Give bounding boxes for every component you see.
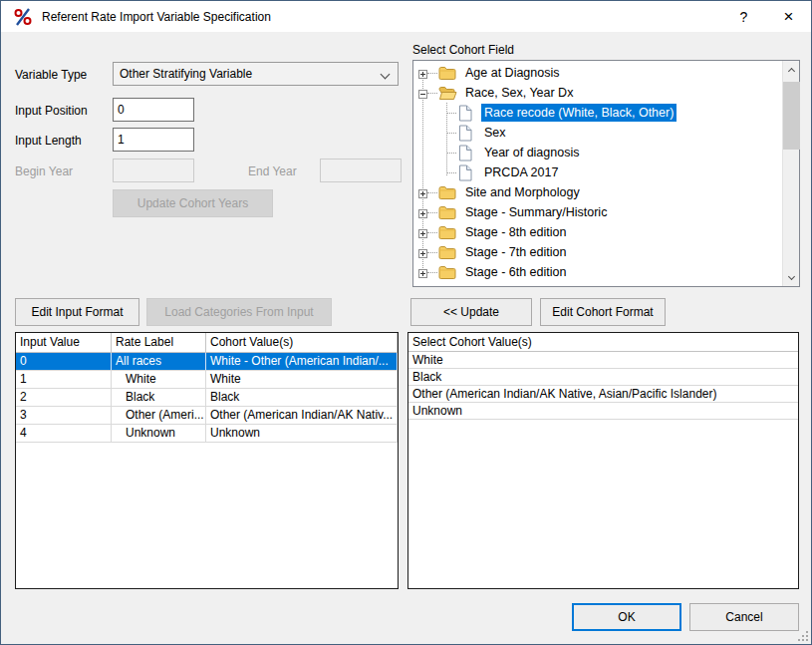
- table-cell: Other (American Indian/AK Nativ...: [206, 407, 398, 424]
- collapse-icon[interactable]: [418, 88, 427, 97]
- table-cell: Black: [206, 389, 398, 406]
- folder-icon: [438, 264, 456, 280]
- tree-item[interactable]: Age at Diagnosis: [413, 63, 781, 83]
- tree-item-label: Stage - 8th edition: [462, 223, 569, 241]
- tree-item-label: PRCDA 2017: [481, 163, 561, 181]
- table-row[interactable]: 1 WhiteWhite: [16, 371, 398, 389]
- tree-connector: [427, 212, 437, 213]
- select-cohort-field-label: Select Cohort Field: [412, 43, 514, 57]
- folder-icon: [438, 184, 456, 200]
- tree-item[interactable]: Race recode (White, Black, Other): [413, 103, 781, 123]
- tree-connector: [446, 113, 456, 114]
- expand-icon[interactable]: [418, 247, 427, 256]
- input-position-field[interactable]: [113, 98, 194, 122]
- file-icon: [458, 125, 476, 141]
- table-cell: All races: [112, 353, 206, 370]
- variable-type-select[interactable]: Other Stratifying Variable: [113, 62, 399, 86]
- table-cell: White: [206, 371, 398, 388]
- tree-item-label: Year of diagnosis: [481, 144, 582, 161]
- variable-type-value: Other Stratifying Variable: [120, 67, 252, 81]
- tree-item[interactable]: Stage - 6th edition: [413, 262, 781, 282]
- tree-item[interactable]: Stage - 8th edition: [413, 222, 781, 242]
- table-cell: 3: [16, 407, 112, 424]
- edit-input-format-button[interactable]: Edit Input Format: [15, 298, 139, 326]
- table-cell: 2: [16, 389, 112, 406]
- begin-year-label: Begin Year: [15, 164, 73, 178]
- tree-connector: [446, 133, 456, 134]
- table-cell: 0: [16, 353, 112, 370]
- tree-connector: [427, 232, 437, 233]
- cohort-values-list[interactable]: Select Cohort Value(s) WhiteBlackOther (…: [407, 332, 799, 589]
- expand-icon[interactable]: [418, 207, 427, 216]
- column-header[interactable]: Cohort Value(s): [206, 333, 398, 352]
- folder-open-icon: [438, 85, 456, 101]
- folder-icon: [438, 244, 456, 260]
- begin-year-field: [113, 159, 194, 182]
- scroll-up-icon[interactable]: [783, 61, 800, 78]
- expand-icon[interactable]: [418, 68, 427, 77]
- table-cell: Unknown: [112, 425, 206, 442]
- expand-icon[interactable]: [418, 227, 427, 236]
- table-cell: 1: [16, 371, 112, 388]
- tree-item[interactable]: Stage - 7th edition: [413, 242, 781, 262]
- update-button[interactable]: << Update: [410, 298, 532, 326]
- end-year-label: End Year: [248, 164, 297, 178]
- table-row[interactable]: 4 UnknownUnknown: [16, 425, 398, 443]
- tree-item[interactable]: Stage - Summary/Historic: [413, 202, 781, 222]
- title-bar: Referent Rate Import Variable Specificat…: [1, 1, 811, 32]
- table-cell: 4: [16, 425, 112, 442]
- tree-item[interactable]: PRCDA 2017: [413, 162, 781, 182]
- table-row[interactable]: 0All racesWhite - Other (American Indian…: [16, 353, 398, 371]
- table-cell: White - Other (American Indian/...: [206, 353, 398, 370]
- scrollbar-thumb[interactable]: [783, 82, 800, 150]
- tree-item[interactable]: Year of diagnosis: [413, 143, 781, 162]
- table-cell: Black: [112, 389, 206, 406]
- table-cell: Other (Ameri...: [112, 407, 206, 424]
- list-item[interactable]: White: [408, 352, 798, 369]
- input-value-table[interactable]: Input ValueRate LabelCohort Value(s) 0Al…: [15, 332, 399, 589]
- tree-items: Age at DiagnosisRace, Sex, Year DxRace r…: [413, 63, 781, 286]
- resize-grip[interactable]: [798, 631, 808, 641]
- edit-cohort-format-button[interactable]: Edit Cohort Format: [540, 298, 666, 326]
- input-length-field[interactable]: [113, 128, 194, 152]
- tree-item[interactable]: Sex: [413, 123, 781, 143]
- tree-item-label: Race recode (White, Black, Other): [481, 104, 677, 122]
- help-button[interactable]: ?: [721, 1, 766, 32]
- file-icon: [458, 145, 476, 161]
- ok-button[interactable]: OK: [572, 603, 681, 631]
- table-cell: White: [112, 371, 206, 388]
- update-cohort-years-button: Update Cohort Years: [113, 189, 273, 217]
- column-header[interactable]: Input Value: [16, 333, 112, 352]
- cohort-field-tree[interactable]: Age at DiagnosisRace, Sex, Year DxRace r…: [412, 60, 800, 287]
- tree-item-label: Site and Morphology: [462, 183, 583, 201]
- table-row[interactable]: 2 BlackBlack: [16, 389, 398, 407]
- tree-connector: [427, 272, 437, 273]
- folder-icon: [438, 204, 456, 220]
- cancel-button[interactable]: Cancel: [689, 603, 799, 631]
- expand-icon[interactable]: [418, 187, 427, 196]
- tree-item-label: Stage - Summary/Historic: [462, 203, 610, 221]
- tree-item-label: Sex: [481, 124, 509, 142]
- list-item[interactable]: Unknown: [408, 403, 798, 420]
- file-icon: [458, 105, 476, 121]
- table-row[interactable]: 3 Other (Ameri...Other (American Indian/…: [16, 407, 398, 425]
- tree-scrollbar[interactable]: [782, 61, 799, 286]
- expand-icon[interactable]: [418, 267, 427, 276]
- list-item[interactable]: Other (American Indian/AK Native, Asian/…: [408, 386, 798, 403]
- tree-connector: [427, 73, 437, 74]
- list-item[interactable]: Black: [408, 369, 798, 386]
- tree-item[interactable]: Site and Morphology: [413, 182, 781, 202]
- variable-type-label: Variable Type: [15, 68, 87, 82]
- scroll-down-icon[interactable]: [783, 269, 800, 286]
- close-button[interactable]: ×: [766, 1, 811, 32]
- tree-connector: [427, 93, 437, 94]
- chevron-down-icon: [381, 70, 391, 80]
- tree-connector: [446, 172, 456, 173]
- end-year-field: [320, 159, 402, 182]
- column-header[interactable]: Rate Label: [112, 333, 206, 352]
- window-title: Referent Rate Import Variable Specificat…: [42, 10, 271, 24]
- tree-connector: [427, 252, 437, 253]
- file-icon: [458, 164, 476, 180]
- folder-icon: [438, 65, 456, 81]
- tree-item[interactable]: Race, Sex, Year Dx: [413, 83, 781, 103]
